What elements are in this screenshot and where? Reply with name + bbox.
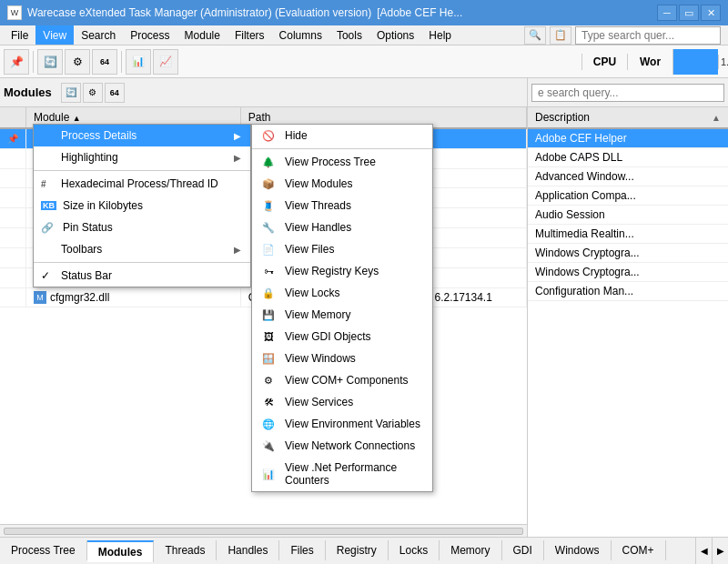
modules-label: Modules <box>4 86 52 99</box>
sort-icon: ▲ <box>712 113 721 123</box>
modules-table: Module ▲ Path 📌MAdobe CEF Help...C:\Prog… <box>0 107 527 307</box>
table-row[interactable]: MAudioSes.dllC:\Windows\Sy... <box>0 208 527 228</box>
settings-btn[interactable]: ⚙ <box>65 49 90 75</box>
module-name-cell: Madvapi32.dll <box>26 168 241 188</box>
minimize-button[interactable]: ─ <box>657 5 677 21</box>
pin-cell <box>0 208 26 228</box>
pin-cell <box>0 247 26 267</box>
col-pin[interactable] <box>0 107 26 128</box>
tab-memory[interactable]: Memory <box>440 540 501 560</box>
description-list-item[interactable]: Multimedia Realtin... <box>528 225 728 244</box>
modules-filter-btn[interactable]: ⚙ <box>83 83 103 103</box>
toolbar-btn-6[interactable]: 📈 <box>153 49 178 75</box>
toolbar-btn-5[interactable]: 📊 <box>126 49 151 75</box>
module-icon: M <box>34 212 46 225</box>
tab-process-tree[interactable]: Process Tree <box>0 540 87 560</box>
module-name-cell: MbcryptPrimitives. <box>26 267 241 287</box>
table-row[interactable]: 📌MAdobe CEF Help...C:\Program File... <box>0 128 527 148</box>
modules-table-container: Module ▲ Path 📌MAdobe CEF Help...C:\Prog… <box>0 107 527 524</box>
tab-com+[interactable]: COM+ <box>612 540 666 560</box>
module-icon: M <box>34 133 46 146</box>
tab-handles[interactable]: Handles <box>217 540 279 560</box>
module-name-cell: Madobe_caps.dll <box>26 148 241 168</box>
description-list-item[interactable]: Audio Session <box>528 206 728 225</box>
description-list-item[interactable]: Adobe CAPS DLL <box>528 148 728 167</box>
menu-columns[interactable]: Columns <box>272 25 329 45</box>
h-scrollbar[interactable] <box>4 528 523 535</box>
table-row[interactable]: Mapphelp.dllC:\Windows\Sy... <box>0 188 527 208</box>
close-button[interactable]: ✕ <box>701 5 721 21</box>
64bit-btn[interactable]: 64 <box>92 49 117 75</box>
tab-locks[interactable]: Locks <box>389 540 440 560</box>
menu-file[interactable]: File <box>4 25 35 45</box>
col-module[interactable]: Module ▲ <box>26 107 241 128</box>
tab-threads[interactable]: Threads <box>154 540 217 560</box>
pin-cell <box>0 287 26 307</box>
tabs-container: Process TreeModulesThreadsHandlesFilesRe… <box>0 540 695 562</box>
menu-tools[interactable]: Tools <box>329 25 369 45</box>
menu-search[interactable]: Search <box>74 25 123 45</box>
module-path-cell: C:\Windows\Sy... <box>240 188 526 208</box>
description-list-item[interactable]: Adobe CEF Helper <box>528 129 728 148</box>
app-icon: W <box>7 5 22 20</box>
tab-windows[interactable]: Windows <box>544 540 612 560</box>
module-icon: M <box>34 291 46 304</box>
menu-bar: File View Search Process Module Filters … <box>0 25 728 45</box>
right-table-header: Description ▲ <box>528 107 728 129</box>
tab-gdi[interactable]: GDI <box>502 540 544 560</box>
description-header: Description <box>535 111 590 124</box>
module-icon: M <box>34 252 46 265</box>
module-path-cell: C:\Windows\Sy... <box>240 267 526 287</box>
table-row[interactable]: MbcryptPrimitives.C:\Windows\Sy... <box>0 267 527 287</box>
pin-cell <box>0 168 26 188</box>
pin-cell <box>0 188 26 208</box>
module-path-cell: C:\Program File... <box>240 148 526 168</box>
module-path-cell: C:\Windows\Sy... <box>240 228 526 248</box>
module-name-cell: Mapphelp.dll <box>26 188 241 208</box>
description-list-item[interactable]: Advanced Window... <box>528 167 728 186</box>
menu-module[interactable]: Module <box>177 25 228 45</box>
restore-button[interactable]: ▭ <box>679 5 699 21</box>
pin-cell <box>0 148 26 168</box>
col-path[interactable]: Path <box>240 107 526 128</box>
menu-filters[interactable]: Filters <box>228 25 272 45</box>
tab-files[interactable]: Files <box>279 540 325 560</box>
tab-modules[interactable]: Modules <box>87 540 155 562</box>
right-panel: Description ▲ Adobe CEF HelperAdobe CAPS… <box>528 78 728 537</box>
module-path-cell: C:\Program File... <box>240 128 526 148</box>
description-list-item[interactable]: Configuration Man... <box>528 282 728 301</box>
description-list-item[interactable]: Application Compa... <box>528 186 728 206</box>
description-list-item[interactable]: Windows Cryptogra... <box>528 244 728 263</box>
module-name-cell: Mcfgmgr32.dll <box>26 287 241 307</box>
table-row[interactable]: Mbcrypt.dllC:\Windows\Sy... <box>0 247 527 267</box>
module-icon: M <box>34 153 46 166</box>
menu-options[interactable]: Options <box>369 25 421 45</box>
toolbar-extra-btn[interactable]: 📋 <box>550 26 571 45</box>
search-input[interactable] <box>575 26 721 45</box>
menu-view[interactable]: View <box>35 25 74 45</box>
menu-process[interactable]: Process <box>123 25 177 45</box>
title-bar: W Warecase eXtended Task Manager (Admini… <box>0 0 728 25</box>
tab-scroll-right[interactable]: ▶ <box>712 538 728 564</box>
pin-cell <box>0 267 26 287</box>
main-toolbar: 📌 🔄 ⚙ 64 📊 📈 CPU Wor 1. <box>0 45 728 78</box>
modules-64-btn[interactable]: 64 <box>105 83 125 103</box>
table-row[interactable]: Mavrt.dllC:\Windows\Sy... <box>0 228 527 248</box>
module-icon: M <box>34 192 46 205</box>
right-search-input[interactable] <box>531 84 724 102</box>
tab-scroll-left[interactable]: ◀ <box>695 538 712 564</box>
right-panel-toolbar <box>528 78 728 107</box>
module-icon: M <box>34 232 46 245</box>
table-row[interactable]: Madobe_caps.dllC:\Program File... <box>0 148 527 168</box>
menu-help[interactable]: Help <box>421 25 459 45</box>
toolbar-search-btn[interactable]: 🔍 <box>524 26 546 45</box>
toolbar-separator-1 <box>33 51 34 73</box>
refresh-btn[interactable]: 🔄 <box>37 49 63 75</box>
tab-registry[interactable]: Registry <box>326 540 389 560</box>
pin-toolbar-btn[interactable]: 📌 <box>4 49 29 75</box>
table-row[interactable]: Madvapi32.dllC:\Windows\Sy... <box>0 168 527 188</box>
modules-refresh-btn[interactable]: 🔄 <box>61 83 81 103</box>
table-row[interactable]: Mcfgmgr32.dllC:\Windows\SysWOW64\cfgmgr3… <box>0 287 527 307</box>
description-list-item[interactable]: Windows Cryptogra... <box>528 263 728 282</box>
module-name-cell: MAdobe CEF Help... <box>26 128 241 148</box>
